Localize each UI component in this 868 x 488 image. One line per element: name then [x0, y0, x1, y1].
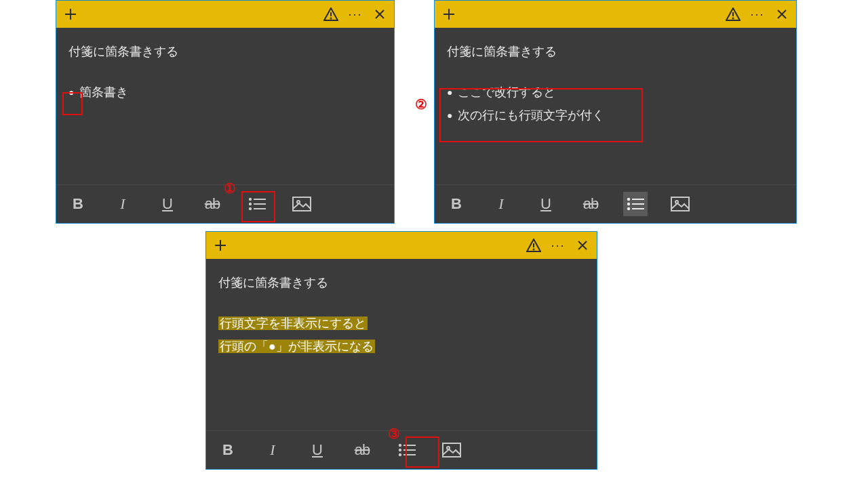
- new-note-icon[interactable]: [63, 7, 78, 22]
- warning-icon[interactable]: [323, 7, 338, 22]
- insert-image-button[interactable]: [439, 438, 464, 462]
- menu-icon[interactable]: ···: [551, 238, 566, 253]
- list-item: ● ここで改行すると: [447, 81, 784, 104]
- format-toolbar: B I U ab: [56, 184, 394, 223]
- bold-button[interactable]: B: [66, 192, 90, 216]
- bullet-icon: ●: [447, 106, 452, 125]
- highlighted-text: 行頭の「●」が非表示になる: [218, 340, 375, 353]
- note-title: 付箋に箇条書きする: [218, 271, 585, 294]
- note-body[interactable]: 付箋に箇条書きする 行頭文字を非表示にすると 行頭の「●」が非表示になる: [206, 259, 597, 430]
- svg-rect-26: [671, 197, 689, 211]
- titlebar: ···: [56, 1, 394, 28]
- sticky-note-2: ··· 付箋に箇条書きする ● ここで改行すると ● 次の行にも行頭文字が付く …: [434, 0, 797, 224]
- strikethrough-button[interactable]: ab: [578, 192, 603, 216]
- warning-icon[interactable]: [726, 7, 741, 22]
- annotation-label-2: ②: [415, 96, 427, 113]
- titlebar: ···: [435, 1, 796, 28]
- italic-button[interactable]: I: [260, 438, 285, 462]
- new-note-icon[interactable]: [441, 7, 456, 22]
- sticky-note-3: ··· 付箋に箇条書きする 行頭文字を非表示にすると 行頭の「●」が非表示になる…: [205, 231, 597, 470]
- insert-image-button[interactable]: [668, 192, 692, 216]
- bullet-icon: ●: [447, 83, 452, 102]
- strikethrough-button[interactable]: ab: [350, 438, 374, 462]
- list-item-text: 次の行にも行頭文字が付く: [458, 104, 604, 127]
- svg-point-31: [534, 249, 534, 250]
- italic-button[interactable]: I: [489, 192, 513, 216]
- underline-button[interactable]: U: [305, 438, 330, 462]
- bullet-list-button[interactable]: [245, 192, 269, 216]
- insert-image-button[interactable]: [290, 192, 314, 216]
- note-body[interactable]: 付箋に箇条書きする ● ここで改行すると ● 次の行にも行頭文字が付く: [435, 28, 796, 184]
- note-body[interactable]: 付箋に箇条書きする ● 箇条書き: [56, 28, 394, 184]
- underline-button[interactable]: U: [155, 192, 180, 216]
- sticky-note-1: ··· 付箋に箇条書きする ● 箇条書き B I U ab: [56, 0, 395, 224]
- svg-point-8: [250, 203, 251, 205]
- bullet-icon: ●: [68, 83, 74, 102]
- format-toolbar: B I U ab: [435, 184, 796, 223]
- svg-point-10: [250, 208, 251, 209]
- svg-point-34: [399, 445, 401, 446]
- note-title: 付箋に箇条書きする: [68, 40, 382, 63]
- list-item: ● 箇条書き: [68, 81, 382, 104]
- list-item: 行頭の「●」が非表示になる: [218, 335, 585, 358]
- svg-point-6: [250, 199, 251, 200]
- close-icon[interactable]: [372, 7, 387, 22]
- list-item-text: ここで改行すると: [458, 81, 555, 104]
- note-title: 付箋に箇条書きする: [447, 40, 784, 63]
- svg-rect-40: [443, 443, 460, 457]
- strikethrough-button[interactable]: ab: [200, 192, 224, 216]
- format-toolbar: B I U ab: [206, 430, 597, 469]
- bullet-list-button[interactable]: [623, 192, 648, 216]
- warning-icon[interactable]: [526, 238, 541, 253]
- svg-point-3: [331, 18, 332, 19]
- menu-icon[interactable]: ···: [348, 7, 363, 22]
- svg-rect-12: [293, 197, 311, 211]
- list-item: 行頭文字を非表示にすると: [218, 312, 585, 335]
- italic-button[interactable]: I: [111, 192, 135, 216]
- close-icon[interactable]: [774, 7, 789, 22]
- bold-button[interactable]: B: [444, 192, 469, 216]
- svg-point-22: [628, 203, 629, 205]
- list-item: ● 次の行にも行頭文字が付く: [447, 104, 784, 127]
- titlebar: ···: [206, 232, 597, 259]
- new-note-icon[interactable]: [213, 238, 228, 253]
- bold-button[interactable]: B: [216, 438, 240, 462]
- list-item-text: 箇条書き: [79, 81, 128, 104]
- svg-point-17: [733, 18, 734, 19]
- bullet-list-button[interactable]: [395, 438, 419, 462]
- close-icon[interactable]: [575, 238, 590, 253]
- svg-point-20: [628, 199, 629, 200]
- underline-button[interactable]: U: [534, 192, 558, 216]
- menu-icon[interactable]: ···: [750, 7, 765, 22]
- svg-point-38: [399, 454, 401, 455]
- svg-point-24: [628, 208, 629, 209]
- svg-point-36: [399, 449, 401, 451]
- highlighted-text: 行頭文字を非表示にすると: [218, 317, 368, 330]
